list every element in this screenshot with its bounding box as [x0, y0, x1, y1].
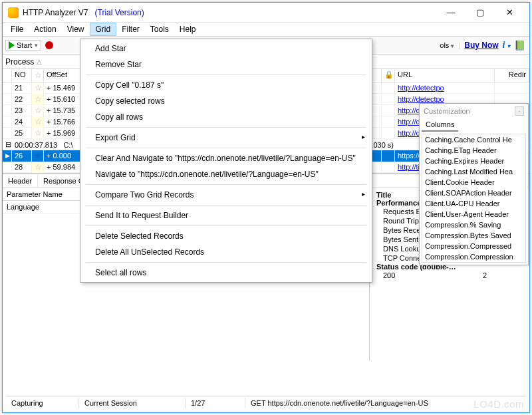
column-option[interactable]: Compression.% Saving [422, 219, 525, 230]
app-icon [8, 7, 19, 18]
info-icon[interactable]: i ▾ [503, 40, 510, 51]
column-option[interactable]: Caching.Last Modified Hea [422, 166, 525, 177]
window-title: HTTP Analyzer V7 (Trial Version) [23, 8, 144, 17]
column-option[interactable]: Client.User-Agent Header [422, 209, 525, 219]
menu-bar: File Action View Grid Filter Tools Help [3, 23, 529, 36]
menu-tools[interactable]: Tools [145, 23, 174, 35]
menu-item[interactable]: Navigate to "https://cdn.onenote.net/liv… [80, 166, 372, 182]
col-no[interactable]: NO [12, 69, 32, 82]
customization-tab-columns[interactable]: Columns [422, 118, 458, 132]
help-book-icon[interactable]: 📗 [514, 40, 525, 51]
menu-item[interactable]: Copy Cell "0.187 s" [80, 77, 372, 93]
title-trial: (Trial Version) [95, 8, 144, 17]
menu-separator [86, 74, 366, 75]
menu-item[interactable]: Delete Selected Records [80, 228, 372, 244]
title-bar: HTTP Analyzer V7 (Trial Version) — ▢ ✕ [3, 3, 529, 23]
menu-file[interactable]: File [5, 23, 29, 35]
col-expand[interactable] [3, 69, 12, 82]
chevron-down-icon: ▾ [35, 42, 38, 49]
menu-item[interactable]: Clear And Navigate to "https://cdn.oneno… [80, 150, 372, 166]
status-code: 200 [376, 271, 483, 280]
status-capturing: Capturing [6, 398, 79, 408]
play-icon [9, 41, 15, 49]
column-option[interactable]: Compression.Bytes Saved [422, 230, 525, 241]
minimize-button[interactable]: — [436, 3, 466, 22]
col-url[interactable]: URL [395, 69, 495, 82]
group-label: C:\ [63, 141, 72, 149]
start-label: Start [17, 41, 32, 49]
status-count: 2 [483, 271, 523, 280]
tab-header[interactable]: Header [3, 175, 38, 187]
column-option[interactable]: Client.Cookie Header [422, 177, 525, 188]
menu-item[interactable]: Add Star [80, 41, 372, 57]
col-lock[interactable]: 🔒 [382, 69, 395, 82]
customization-title: Customization · [420, 104, 528, 118]
menu-separator [86, 184, 366, 185]
menu-item[interactable]: Export Grid [80, 130, 372, 146]
buynow-link[interactable]: Buy Now [464, 41, 498, 50]
menu-help[interactable]: Help [174, 23, 201, 35]
watermark: LO4D.com [473, 398, 524, 410]
menu-item[interactable]: Copy all rows [80, 109, 372, 125]
process-label[interactable]: Process [5, 57, 34, 67]
column-option[interactable]: Caching.ETag Header [422, 145, 525, 156]
customization-title-text: Customization [424, 107, 470, 115]
column-option[interactable]: Client.SOAPAction Header [422, 188, 525, 198]
menu-grid[interactable]: Grid [90, 23, 117, 36]
column-option[interactable]: Caching.Cache Control He [422, 134, 525, 145]
menu-item[interactable]: Remove Star [80, 57, 372, 72]
column-option[interactable]: Client.UA-CPU Header [422, 198, 525, 209]
process-sort-icon[interactable]: △ [37, 58, 42, 65]
menu-filter[interactable]: Filter [116, 23, 145, 35]
menu-item[interactable]: Copy selected rows [80, 93, 372, 109]
menu-item[interactable]: Select all rows [80, 265, 372, 281]
stop-icon[interactable] [45, 41, 53, 49]
status-row: 200 2 [376, 271, 523, 280]
close-button[interactable]: ✕ [495, 3, 524, 22]
column-option[interactable]: Compression.Compression [422, 251, 525, 262]
menu-action[interactable]: Action [29, 23, 61, 35]
menu-separator [86, 225, 366, 226]
menu-separator [86, 127, 366, 128]
status-count: 1/27 [186, 398, 245, 408]
menu-separator [86, 262, 366, 263]
status-session: Current Session [79, 398, 186, 408]
menu-separator [86, 205, 366, 206]
col-offset[interactable]: OffSet [44, 69, 82, 82]
group-expander[interactable]: ⊟ [5, 140, 15, 149]
column-option[interactable]: Caching.Expires Header [422, 156, 525, 166]
grid-context-menu[interactable]: Add StarRemove StarCopy Cell "0.187 s"Co… [80, 39, 372, 283]
group-time: 00:00:37.813 [15, 141, 57, 149]
menu-item[interactable]: Send It to Request Builder [80, 208, 372, 223]
customization-popup[interactable]: Customization · Columns Caching.Cache Co… [419, 103, 529, 265]
col-star[interactable]: ☆ [32, 69, 44, 82]
column-option[interactable]: Compression.Compressed [422, 241, 525, 251]
menu-item[interactable]: Delete All UnSelected Records [80, 244, 372, 260]
ols-label[interactable]: ols ▾ [440, 41, 454, 49]
start-button[interactable]: Start ▾ [5, 40, 41, 51]
menu-item[interactable]: Compare Two Grid Records [80, 187, 372, 203]
customization-column-list[interactable]: Caching.Cache Control HeCaching.ETag Hea… [422, 134, 526, 263]
maximize-button[interactable]: ▢ [466, 3, 495, 22]
status-bar: Capturing Current Session 1/27 GET https… [6, 396, 526, 409]
col-redir[interactable]: Redir [495, 69, 529, 82]
menu-view[interactable]: View [62, 23, 90, 35]
customization-close-icon[interactable]: · [515, 106, 524, 116]
title-main: HTTP Analyzer V7 [23, 8, 88, 17]
menu-separator [86, 148, 366, 148]
